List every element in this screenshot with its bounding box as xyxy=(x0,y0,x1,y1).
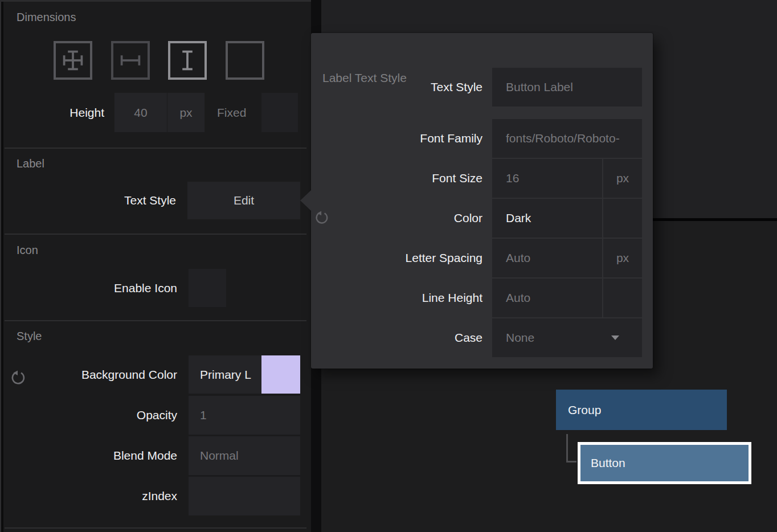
height-value: 40 xyxy=(134,106,147,120)
popup-line-height-unit-selector[interactable] xyxy=(603,279,642,317)
enable-icon-checkbox[interactable] xyxy=(189,269,226,307)
size-height-icon xyxy=(175,48,200,73)
height-label: Height xyxy=(0,93,104,132)
popup-text-style-value: Button Label xyxy=(492,80,573,94)
popup-font-size-unit-selector[interactable]: px xyxy=(603,159,642,198)
opacity-label: Opacity xyxy=(0,396,177,435)
section-divider xyxy=(5,148,306,149)
popup-line-height-input[interactable]: Auto xyxy=(492,279,602,317)
canvas-node-button[interactable]: Button xyxy=(580,445,749,481)
blend-mode-dropdown[interactable]: Normal xyxy=(189,436,300,475)
button-node-label: Button xyxy=(591,456,625,470)
fixed-label: Fixed xyxy=(217,93,246,132)
section-divider xyxy=(5,527,306,529)
popup-tail-pointer xyxy=(300,190,311,211)
canvas-node-group[interactable]: Group xyxy=(556,390,727,430)
popup-letter-spacing-input[interactable]: Auto xyxy=(492,239,602,277)
popup-line-height-value: Auto xyxy=(492,291,530,305)
icon-section-title: Icon xyxy=(17,244,38,257)
popup-case-dropdown[interactable]: None xyxy=(492,318,642,357)
popup-text-style-label: Text Style xyxy=(311,68,482,107)
label-section-title: Label xyxy=(17,157,44,170)
size-width-button[interactable] xyxy=(111,41,150,80)
opacity-input[interactable]: 1 xyxy=(189,396,300,435)
size-both-button[interactable] xyxy=(54,41,92,80)
background-color-value: Primary L xyxy=(189,368,251,382)
opacity-value: 1 xyxy=(189,408,207,422)
style-section-title: Style xyxy=(17,330,42,343)
fixed-checkbox[interactable] xyxy=(261,93,298,132)
popup-letter-spacing-value: Auto xyxy=(492,251,530,265)
size-width-icon xyxy=(118,48,143,73)
app-window: Group Button Dimensions xyxy=(0,0,777,532)
popup-color-unit-selector[interactable] xyxy=(603,199,642,238)
popup-letter-spacing-unit-selector[interactable]: px xyxy=(603,239,642,277)
size-none-button[interactable] xyxy=(226,41,264,80)
popup-font-size-label: Font Size xyxy=(311,159,482,198)
popup-text-style-input[interactable]: Button Label xyxy=(492,68,642,107)
popup-color-label: Color xyxy=(311,199,482,238)
enable-icon-label: Enable Icon xyxy=(0,269,177,307)
dimensions-section-title: Dimensions xyxy=(17,11,76,24)
background-color-swatch[interactable] xyxy=(261,355,300,394)
popup-font-family-input[interactable]: fonts/Roboto/Roboto- xyxy=(492,119,642,158)
popup-font-family-value: fonts/Roboto/Roboto- xyxy=(492,132,620,145)
chevron-down-icon xyxy=(611,335,619,340)
tree-connector-horizontal xyxy=(566,461,576,463)
popup-font-family-label: Font Family xyxy=(311,119,482,158)
popup-color-value: Dark xyxy=(492,211,531,225)
section-divider xyxy=(5,320,306,321)
blend-mode-value: Normal xyxy=(189,449,239,463)
zindex-label: zIndex xyxy=(0,477,177,515)
popup-letter-spacing-label: Letter Spacing xyxy=(311,239,482,277)
background-color-label: Background Color xyxy=(0,355,177,394)
section-divider xyxy=(5,234,306,235)
background-color-value-button[interactable]: Primary L xyxy=(189,355,261,394)
height-unit: px xyxy=(179,106,192,120)
label-text-style-popup: Label Text Style Text Style Button Label… xyxy=(311,33,653,369)
size-height-button[interactable] xyxy=(168,41,207,80)
height-unit-selector[interactable]: px xyxy=(167,93,205,132)
popup-case-value: None xyxy=(492,331,534,345)
popup-letter-spacing-unit: px xyxy=(616,251,629,265)
height-input[interactable]: 40 xyxy=(114,93,167,132)
popup-font-size-input[interactable]: 16 xyxy=(492,159,602,198)
popup-font-size-value: 16 xyxy=(492,171,519,185)
blend-mode-label: Blend Mode xyxy=(0,436,177,475)
canvas-node-button-selection-frame[interactable]: Button xyxy=(578,442,751,484)
size-both-icon xyxy=(60,48,85,73)
tree-connector-vertical xyxy=(566,434,568,463)
text-style-label: Text Style xyxy=(0,182,176,219)
popup-case-label: Case xyxy=(311,318,482,357)
popup-font-size-unit: px xyxy=(616,171,629,185)
text-style-edit-button[interactable]: Edit xyxy=(187,182,300,219)
zindex-input[interactable] xyxy=(189,477,300,515)
popup-line-height-label: Line Height xyxy=(311,279,482,317)
popup-color-input[interactable]: Dark xyxy=(492,199,602,238)
panel-top-border xyxy=(0,0,311,2)
properties-panel: Dimensions Height xyxy=(0,0,311,532)
group-node-label: Group xyxy=(568,403,601,417)
